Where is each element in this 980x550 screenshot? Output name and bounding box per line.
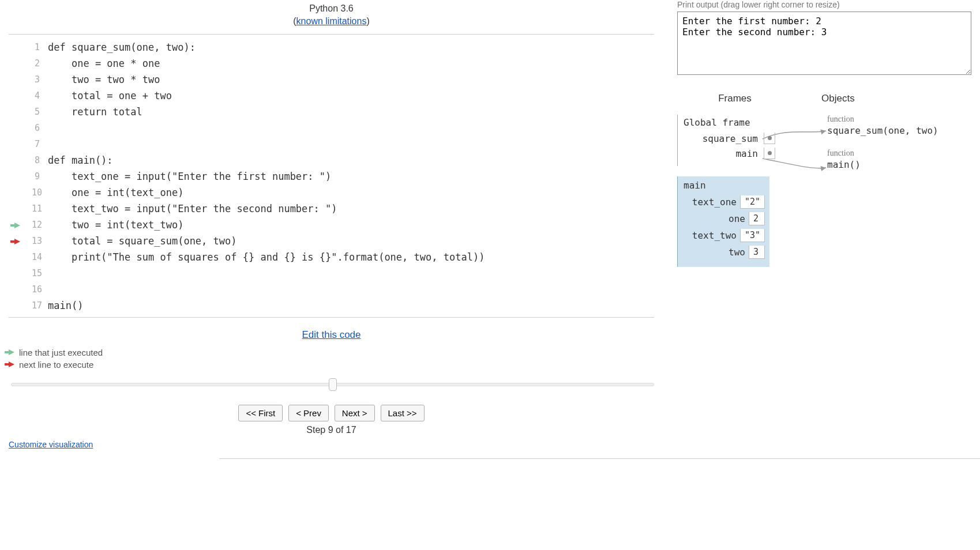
code-line: 3 two = two * two bbox=[14, 71, 654, 88]
global-frame: Global frame square_summain bbox=[677, 115, 775, 166]
language-header: Python 3.6 (known limitations) bbox=[9, 0, 654, 31]
code-line: 6 bbox=[14, 120, 654, 136]
object-type-label: function bbox=[827, 149, 971, 158]
var-name: main bbox=[735, 148, 761, 159]
red-arrow-icon bbox=[9, 361, 14, 367]
code-text: main() bbox=[48, 297, 83, 314]
line-number: 4 bbox=[32, 88, 48, 104]
code-listing: 1def square_sum(one, two):2 one = one * … bbox=[9, 39, 654, 314]
code-text: total = one + two bbox=[48, 88, 172, 104]
code-text: one = int(text_one) bbox=[48, 184, 183, 201]
objects-header: Objects bbox=[793, 93, 971, 104]
last-button[interactable]: Last >> bbox=[381, 405, 425, 421]
code-line: 2 one = one * one bbox=[14, 55, 654, 71]
line-number: 8 bbox=[32, 152, 48, 168]
known-limitations-link[interactable]: known limitations bbox=[296, 16, 367, 26]
stack-frame-title: main bbox=[684, 180, 765, 191]
line-number: 14 bbox=[32, 249, 48, 265]
prev-button[interactable]: < Prev bbox=[288, 405, 329, 421]
code-text: print("The sum of squares of {} and {} i… bbox=[48, 249, 485, 265]
line-number: 5 bbox=[32, 104, 48, 120]
code-text: total = square_sum(one, two) bbox=[48, 233, 237, 249]
step-label: Step 9 of 17 bbox=[9, 425, 654, 435]
line-number: 16 bbox=[32, 281, 48, 297]
code-line: 12 two = int(text_two) bbox=[14, 217, 654, 233]
step-slider[interactable] bbox=[11, 379, 654, 390]
line-number: 10 bbox=[32, 184, 48, 201]
code-line: 13 total = square_sum(one, two) bbox=[14, 233, 654, 249]
object-type-label: function bbox=[827, 115, 971, 124]
object-repr: main() bbox=[827, 159, 971, 170]
line-number: 7 bbox=[32, 136, 48, 152]
line-number: 9 bbox=[32, 168, 48, 184]
var-value: 3 bbox=[749, 246, 765, 259]
code-line: 9 text_one = input("Enter the first numb… bbox=[14, 168, 654, 184]
pointer-slot bbox=[764, 148, 775, 159]
code-line: 14 print("The sum of squares of {} and {… bbox=[14, 249, 654, 265]
legend-just-executed: line that just executed bbox=[19, 348, 103, 357]
var-value: "2" bbox=[740, 195, 765, 209]
code-line: 15 bbox=[14, 265, 654, 281]
code-text: two = two * two bbox=[48, 71, 160, 88]
line-number: 15 bbox=[32, 265, 48, 281]
line-number: 12 bbox=[32, 217, 48, 233]
code-line: 16 bbox=[14, 281, 654, 297]
code-line: 10 one = int(text_one) bbox=[14, 184, 654, 201]
code-text: def main(): bbox=[48, 152, 113, 168]
var-name: square_sum bbox=[703, 133, 761, 144]
code-text: def square_sum(one, two): bbox=[48, 39, 196, 55]
local-var-row: text_two"3" bbox=[684, 229, 765, 242]
arrow-legend: line that just executed next line to exe… bbox=[9, 348, 654, 370]
stack-frame-main: main text_one"2"one2text_two"3"two3 bbox=[677, 176, 769, 267]
line-number: 1 bbox=[32, 39, 48, 55]
customize-visualization-link[interactable]: Customize visualization bbox=[9, 440, 93, 449]
code-text: one = one * one bbox=[48, 55, 160, 71]
next-button[interactable]: Next > bbox=[335, 405, 375, 421]
divider bbox=[9, 34, 654, 35]
var-name: two bbox=[729, 247, 749, 258]
first-button[interactable]: << First bbox=[238, 405, 283, 421]
green-arrow-icon bbox=[9, 349, 14, 355]
line-number: 11 bbox=[32, 201, 48, 217]
code-line: 5 return total bbox=[14, 104, 654, 120]
output-label: Print output (drag lower right corner to… bbox=[677, 0, 971, 9]
code-line: 8def main(): bbox=[14, 152, 654, 168]
frames-header: Frames bbox=[677, 93, 793, 104]
code-line: 4 total = one + two bbox=[14, 88, 654, 104]
code-line: 17main() bbox=[14, 297, 654, 314]
edit-code-link[interactable]: Edit this code bbox=[302, 329, 361, 340]
var-name: text_one bbox=[692, 197, 740, 208]
local-var-row: two3 bbox=[684, 246, 765, 259]
code-text: text_two = input("Enter the second numbe… bbox=[48, 201, 337, 217]
divider bbox=[9, 317, 654, 318]
object-entry: functionsquare_sum(one, two) bbox=[827, 115, 971, 136]
just-executed-arrow-icon bbox=[14, 223, 20, 228]
local-var-row: one2 bbox=[684, 212, 765, 225]
code-line: 1def square_sum(one, two): bbox=[14, 39, 654, 55]
code-line: 11 text_two = input("Enter the second nu… bbox=[14, 201, 654, 217]
global-var-row: square_sum bbox=[684, 133, 775, 144]
code-text: two = int(text_two) bbox=[48, 217, 183, 233]
line-number: 13 bbox=[32, 233, 48, 249]
nav-buttons: << First < Prev Next > Last >> bbox=[9, 405, 654, 421]
code-text: return total bbox=[48, 104, 142, 120]
var-value: "3" bbox=[740, 229, 765, 242]
code-line: 7 bbox=[14, 136, 654, 152]
next-line-arrow-icon bbox=[14, 239, 20, 244]
local-var-row: text_one"2" bbox=[684, 195, 765, 209]
var-value: 2 bbox=[749, 212, 765, 225]
line-number: 6 bbox=[32, 120, 48, 136]
line-number: 3 bbox=[32, 71, 48, 88]
legend-next-line: next line to execute bbox=[19, 360, 93, 370]
language-name: Python 3.6 bbox=[309, 3, 354, 13]
object-entry: functionmain() bbox=[827, 149, 971, 170]
divider bbox=[219, 458, 980, 459]
output-box[interactable] bbox=[677, 12, 971, 75]
global-var-row: main bbox=[684, 148, 775, 159]
global-frame-title: Global frame bbox=[684, 117, 775, 128]
var-name: text_two bbox=[692, 230, 740, 241]
code-text: text_one = input("Enter the first number… bbox=[48, 168, 331, 184]
pointer-slot bbox=[764, 133, 775, 144]
line-number: 2 bbox=[32, 55, 48, 71]
object-repr: square_sum(one, two) bbox=[827, 125, 971, 136]
